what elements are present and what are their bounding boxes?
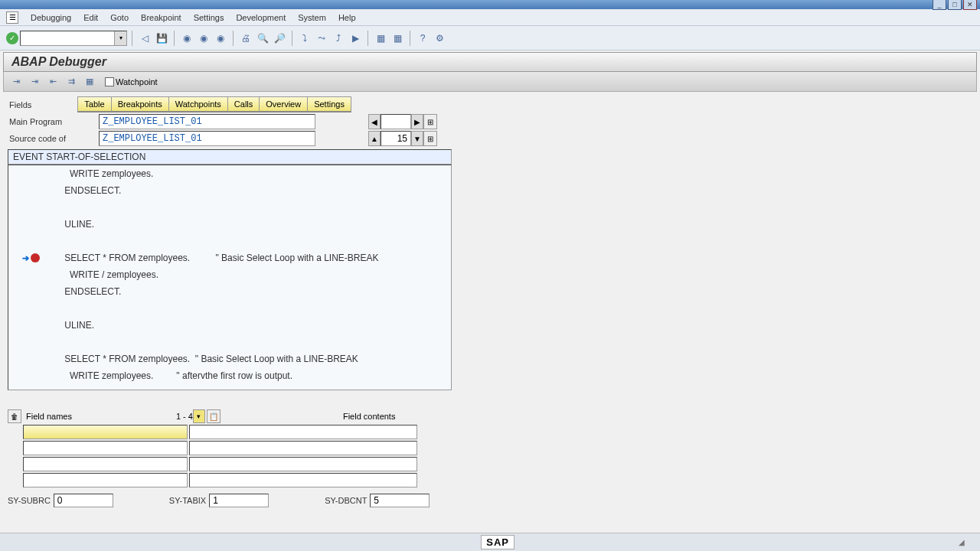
main-program-field[interactable] — [99, 114, 315, 129]
sy-dbcnt-label: SY-DBCNT — [325, 496, 367, 505]
menu-help[interactable]: Help — [332, 11, 362, 24]
code-line[interactable]: SELECT * FROM zemployees. " Basic Select… — [8, 350, 451, 367]
field-content-input[interactable] — [189, 441, 417, 455]
range-dropdown-icon[interactable]: ▾ — [193, 409, 205, 423]
main-toolbar: ✓ ▾ ◁ 💾 ◉ ◉ ◉ 🖨 🔍 🔎 ⤵ ⤳ ⤴ ▶ ▦ ▦ ? ⚙ — [0, 26, 980, 51]
code-line[interactable]: ENDSELECT. — [8, 182, 451, 199]
code-text: SELECT * FROM zemployees. " Basic Select… — [54, 249, 379, 266]
find-next-icon[interactable]: 🔎 — [272, 31, 287, 46]
field-content-input[interactable] — [189, 473, 417, 487]
continue-icon[interactable]: ▶ — [348, 31, 363, 46]
code-line[interactable] — [8, 334, 451, 350]
nav-next-icon[interactable]: ▶ — [411, 114, 423, 129]
field-name-input[interactable] — [23, 425, 188, 439]
field-name-input[interactable] — [23, 473, 188, 487]
menu-breakpoint[interactable]: Breakpoint — [135, 11, 188, 24]
code-line[interactable]: WRITE zemployees. — [8, 165, 451, 182]
code-line[interactable]: WRITE zemployees. " aftervthe first row … — [8, 367, 451, 384]
code-area[interactable]: WRITE zemployees. ENDSELECT. ULINE.➔ SEL… — [8, 165, 452, 390]
field-name-input[interactable] — [23, 457, 188, 471]
code-line[interactable]: ENDSELECT. — [8, 283, 451, 300]
step-into-icon[interactable]: ⤵ — [297, 31, 312, 46]
code-line[interactable]: ➔ SELECT * FROM zemployees. " Basic Sele… — [8, 249, 451, 266]
source-of-field[interactable] — [99, 131, 315, 146]
field-content-input[interactable] — [189, 457, 417, 471]
shortcut-icon[interactable]: ▦ — [390, 31, 405, 46]
menu-debugging[interactable]: Debugging — [24, 11, 77, 24]
table-icon[interactable]: ▦ — [82, 74, 97, 90]
line-up-icon[interactable]: ▲ — [368, 131, 381, 146]
enter-icon[interactable]: ✓ — [6, 32, 18, 44]
tab-settings[interactable]: Settings — [308, 96, 351, 112]
combo-arrow-icon[interactable]: ▾ — [114, 31, 126, 45]
tab-breakpoints[interactable]: Breakpoints — [112, 96, 169, 112]
source-of-row: Source code of ▲ ▼ ⊞ — [8, 131, 972, 146]
code-line[interactable]: ULINE. — [8, 317, 451, 334]
sy-subrc-field[interactable] — [54, 494, 113, 507]
step-single-icon[interactable]: ⇥ — [8, 74, 24, 90]
code-line[interactable]: ULINE. — [8, 216, 451, 233]
sub-toolbar: ⇥ ⇥ ⇤ ⇉ ▦ Watchpoint — [3, 72, 977, 92]
minimize-button[interactable]: _ — [933, 0, 946, 10]
sy-dbcnt-field[interactable] — [370, 494, 430, 507]
find-icon[interactable]: 🔍 — [255, 31, 270, 46]
tab-table[interactable]: Table — [77, 96, 111, 112]
sy-row: SY-SUBRC SY-TABIX SY-DBCNT — [8, 494, 972, 507]
menu-settings[interactable]: Settings — [188, 11, 230, 24]
menu-goto[interactable]: Goto — [104, 11, 135, 24]
step-return-icon[interactable]: ⇤ — [45, 74, 60, 90]
field-names-label: Field names — [21, 412, 77, 421]
help-icon[interactable]: ? — [415, 31, 430, 46]
field-table — [23, 425, 972, 489]
menu-edit[interactable]: Edit — [77, 11, 104, 24]
nav-expand-icon[interactable]: ⊞ — [423, 114, 437, 129]
line-config-icon[interactable]: ⊞ — [423, 131, 437, 146]
maximize-button[interactable]: □ — [948, 0, 962, 10]
code-line[interactable]: WRITE / zemployees. — [8, 266, 451, 283]
code-line[interactable] — [8, 300, 451, 317]
tab-calls[interactable]: Calls — [228, 96, 260, 112]
nav-cancel-icon[interactable]: ◉ — [213, 31, 228, 46]
settings-icon[interactable]: ⚙ — [432, 31, 447, 46]
tab-watchpoints[interactable]: Watchpoints — [169, 96, 228, 112]
watchpoint-button[interactable]: Watchpoint — [100, 77, 162, 86]
delete-icon[interactable]: 🗑 — [8, 409, 21, 423]
code-line[interactable] — [8, 199, 451, 216]
main-program-row: Main Program ◀ ▶ ⊞ — [8, 114, 972, 129]
line-field[interactable] — [381, 131, 411, 146]
code-text: ENDSELECT. — [54, 182, 121, 199]
field-content-input[interactable] — [189, 425, 417, 439]
field-name-input[interactable] — [23, 441, 188, 455]
titlebar: _ □ ✕ — [0, 0, 980, 9]
step-out-icon[interactable]: ⤴ — [331, 31, 346, 46]
menu-system[interactable]: System — [292, 11, 332, 24]
code-line[interactable] — [8, 233, 451, 249]
menu-system-icon[interactable]: ☰ — [6, 11, 18, 24]
save-icon[interactable]: 💾 — [154, 31, 169, 46]
clipboard-icon[interactable]: 📋 — [207, 409, 220, 423]
line-down-icon[interactable]: ▼ — [411, 131, 423, 146]
nav-prev-icon[interactable]: ◀ — [368, 114, 381, 129]
layout-icon[interactable]: ▦ — [373, 31, 388, 46]
breakpoint-icon[interactable] — [31, 253, 40, 262]
close-button[interactable]: ✕ — [963, 0, 977, 10]
step-over-icon[interactable]: ⤳ — [314, 31, 329, 46]
code-text: WRITE / zemployees. — [54, 266, 158, 283]
sy-tabix-field[interactable] — [209, 494, 269, 507]
field-range-label: 1 - 4 — [176, 412, 193, 421]
step-execute-icon[interactable]: ⇥ — [27, 74, 42, 90]
tabs-prefix-label: Fields — [8, 100, 39, 109]
command-combo[interactable]: ▾ — [20, 31, 127, 46]
step-continue-icon[interactable]: ⇉ — [64, 74, 79, 90]
nav-exit-icon[interactable]: ◉ — [196, 31, 211, 46]
nav-field[interactable] — [381, 114, 411, 129]
tab-overview[interactable]: Overview — [260, 96, 308, 112]
print-icon[interactable]: 🖨 — [238, 31, 253, 46]
sy-tabix-label: SY-TABIX — [169, 496, 206, 505]
current-line-arrow-icon: ➔ — [22, 249, 29, 266]
nav-back-icon[interactable]: ◉ — [179, 31, 194, 46]
field-contents-label: Field contents — [343, 412, 395, 421]
back-icon[interactable]: ◁ — [137, 31, 152, 46]
code-text: SELECT * FROM zemployees. " Basic Select… — [54, 350, 358, 367]
menu-development[interactable]: Development — [230, 11, 292, 24]
